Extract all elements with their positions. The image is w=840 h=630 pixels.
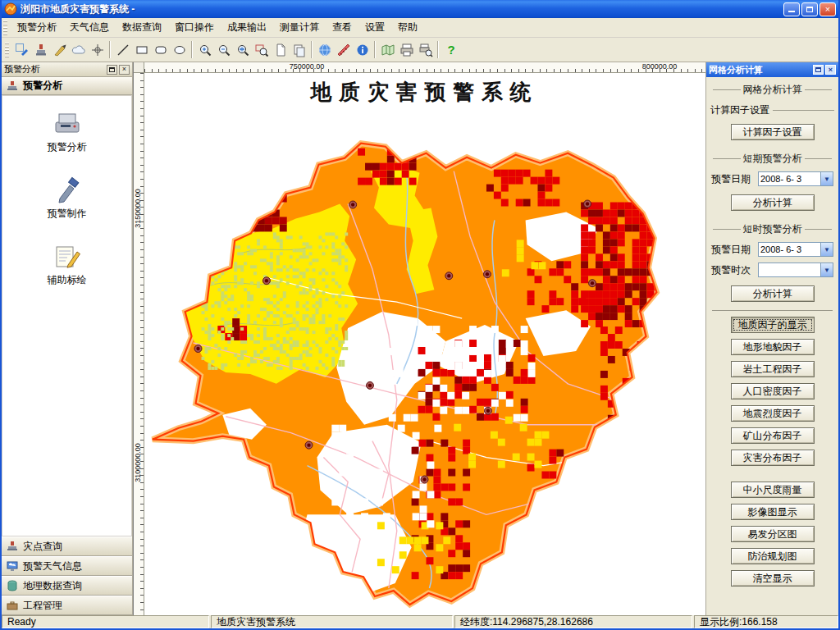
svg-text:?: ? [447, 43, 454, 57]
menu-warning-analysis[interactable]: 预警分析 [11, 18, 63, 37]
app-window: 浏阳市地质灾害预警系统 - × 预警分析 天气信息 数据查询 窗口操作 成果输出… [0, 0, 840, 630]
calc-factor-settings-button[interactable]: 计算因子设置 [731, 124, 815, 140]
left-panel-close-icon[interactable]: × [119, 65, 130, 75]
right-panel-close-icon[interactable]: × [825, 65, 836, 75]
map-output-icon[interactable] [378, 40, 397, 59]
stamp-icon[interactable] [31, 40, 50, 59]
zoom-extent-icon[interactable] [252, 40, 271, 59]
toolbar-grip[interactable] [5, 43, 9, 57]
left-panel-section-bar: 预警分析 [2, 77, 132, 95]
calc-factor-label: 计算因子设置 [710, 103, 834, 117]
tool-warning-analysis[interactable]: 预警分析 [48, 109, 87, 154]
move-crosshair-icon[interactable] [88, 40, 107, 59]
status-ready: Ready [2, 615, 209, 628]
left-panel-accordion: 灾点查询 预警天气信息 地理数据查询 工程管理 [2, 536, 132, 615]
chevron-down-icon[interactable]: ▼ [820, 263, 833, 276]
section-stamp-icon [7, 80, 18, 92]
zoom-pan-icon[interactable] [233, 40, 252, 59]
zoom-in-icon[interactable] [195, 40, 214, 59]
ruler-top: 750000.00 800000.00 [144, 62, 705, 73]
print-icon[interactable] [397, 40, 416, 59]
menu-result-output[interactable]: 成果输出 [221, 18, 273, 37]
accordion-label: 灾点查询 [23, 540, 62, 554]
pen-icon[interactable] [50, 40, 69, 59]
globe-icon[interactable] [315, 40, 334, 59]
menu-help[interactable]: 帮助 [391, 18, 424, 37]
ruler-left: 3150000.00 3100000.00 [134, 73, 144, 615]
rounded-rect-tool-icon[interactable] [151, 40, 170, 59]
factor-button-disaster[interactable]: 灾害分布因子 [731, 450, 815, 466]
ruler-label: 3150000.00 [134, 180, 142, 237]
accordion-label: 工程管理 [23, 599, 62, 613]
factor-button-geotech[interactable]: 岩土工程因子 [731, 361, 815, 377]
info-icon[interactable] [353, 40, 372, 59]
tool-label: 辅助标绘 [48, 273, 87, 287]
ruler-label: 3100000.00 [134, 434, 142, 491]
edit-shape-icon[interactable] [12, 40, 31, 59]
help-icon[interactable]: ? [441, 40, 460, 59]
left-panel: 预警分析 × 预警分析 预警分析 [2, 62, 133, 615]
chevron-down-icon[interactable]: ▼ [820, 243, 833, 256]
factor-button-terrain[interactable]: 地形地貌因子 [731, 339, 815, 355]
cloud-icon[interactable] [69, 40, 88, 59]
warning-create-icon [52, 176, 82, 203]
minimize-button[interactable] [783, 2, 800, 16]
line-tool-icon[interactable] [113, 40, 132, 59]
factor-button-seismic[interactable]: 地震烈度因子 [731, 405, 815, 422]
right-panel: 网格分析计算 × 网格分析计算 计算因子设置 计算因子设置 短期预警分析 预警日… [705, 62, 838, 615]
menu-grip[interactable] [3, 21, 7, 35]
display-button-imagery[interactable]: 影像图显示 [731, 504, 815, 520]
tool-warning-create[interactable]: 预警制作 [48, 176, 87, 221]
tool-aux-plot[interactable]: 辅助标绘 [48, 242, 87, 287]
menu-weather-info[interactable]: 天气信息 [63, 18, 116, 37]
right-panel-pin-icon[interactable] [813, 65, 824, 75]
ellipse-tool-icon[interactable] [170, 40, 189, 59]
left-panel-pin-icon[interactable] [107, 65, 117, 75]
map-svg: 地质灾害预警系统 [144, 73, 705, 615]
menu-bar: 预警分析 天气信息 数据查询 窗口操作 成果输出 测量计算 查看 设置 帮助 [2, 18, 838, 38]
menu-window-ops[interactable]: 窗口操作 [168, 18, 221, 37]
right-panel-divider [712, 310, 833, 311]
ruler-corner [134, 62, 144, 73]
short-term-analyze-button[interactable]: 分析计算 [731, 194, 815, 211]
short-time-analyze-button[interactable]: 分析计算 [731, 285, 815, 302]
menu-data-query[interactable]: 数据查询 [116, 18, 168, 37]
rectangle-tool-icon[interactable] [132, 40, 151, 59]
accordion-warning-weather-info[interactable]: 预警天气信息 [2, 556, 132, 576]
display-button-clear[interactable]: 清空显示 [731, 570, 815, 587]
factor-button-geology[interactable]: 地质因子的显示 [731, 317, 815, 333]
display-button-rainfall[interactable]: 中小尺度雨量 [731, 482, 815, 498]
measure-icon[interactable] [334, 40, 353, 59]
page-icon[interactable] [271, 40, 290, 59]
menu-measure-calc[interactable]: 测量计算 [273, 18, 326, 37]
print-preview-icon[interactable] [416, 40, 435, 59]
display-button-susceptibility[interactable]: 易发分区图 [731, 526, 815, 542]
chevron-down-icon[interactable]: ▼ [820, 172, 833, 185]
restore-button[interactable] [801, 2, 818, 16]
accordion-geo-data-query[interactable]: 地理数据查询 [2, 576, 132, 596]
right-panel-header: 网格分析计算 × [706, 62, 838, 77]
display-button-prevention-plan[interactable]: 防治规划图 [731, 548, 815, 564]
short-time-times-combo[interactable]: ▼ [758, 262, 833, 277]
layers-icon[interactable] [290, 40, 308, 59]
accordion-project-management[interactable]: 工程管理 [2, 596, 132, 615]
grid-analysis-group-label: 网格分析计算 [710, 83, 834, 97]
factor-button-mine[interactable]: 矿山分布因子 [731, 427, 815, 444]
map-canvas[interactable]: 地质灾害预警系统 [144, 73, 705, 615]
short-time-times-label: 预警时次 [711, 263, 751, 277]
status-scale: 显示比例:166.158 [694, 615, 838, 628]
close-button[interactable]: × [819, 2, 836, 16]
accordion-disaster-point-query[interactable]: 灾点查询 [2, 536, 132, 556]
short-term-section-label: 短期预警分析 [710, 152, 834, 166]
short-term-date-combo[interactable]: 2008- 6- 3 ▼ [758, 171, 833, 186]
factor-button-population[interactable]: 人口密度因子 [731, 383, 815, 399]
short-time-date-combo[interactable]: 2008- 6- 3 ▼ [758, 242, 833, 257]
left-panel-header: 预警分析 × [2, 62, 132, 77]
short-time-section-label: 短时预警分析 [710, 222, 834, 236]
menu-view[interactable]: 查看 [326, 18, 358, 37]
menu-settings[interactable]: 设置 [358, 18, 391, 37]
zoom-out-icon[interactable] [214, 40, 233, 59]
tool-label: 预警分析 [48, 140, 87, 154]
aux-plot-icon [52, 242, 82, 270]
accordion-label: 地理数据查询 [23, 579, 82, 593]
